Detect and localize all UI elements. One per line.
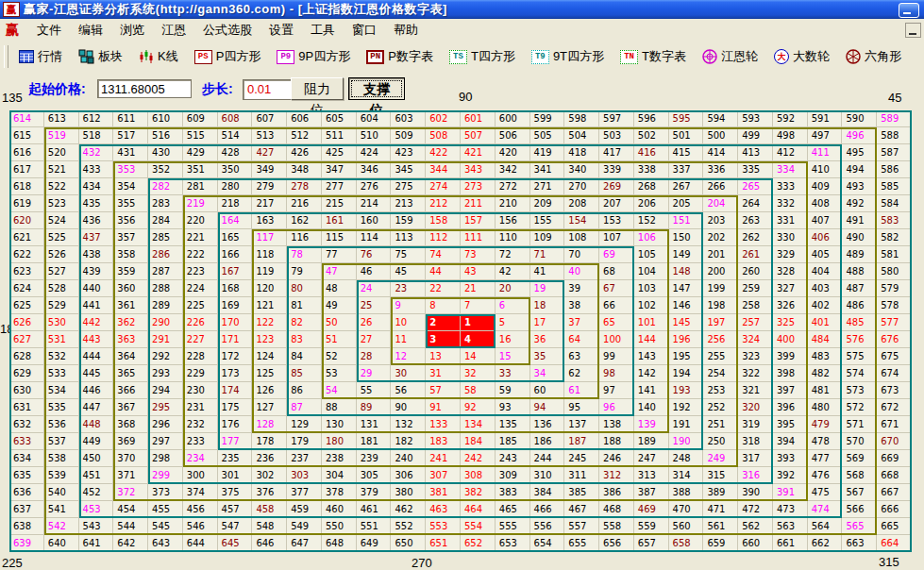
grid-cell: 303	[287, 467, 322, 484]
menu-file[interactable]: 文件	[28, 20, 70, 41]
toolbar-button-kline[interactable]: K线	[134, 46, 183, 67]
grid-cell: 364	[113, 348, 148, 365]
quotes-table-icon	[19, 50, 34, 63]
resistance-button[interactable]: 阻力位	[291, 77, 344, 100]
grid-cell: 265	[738, 178, 773, 195]
menu-tools[interactable]: 工具	[302, 20, 344, 41]
grid-cell: 320	[738, 399, 773, 416]
toolbar-button-sectors[interactable]: 板块	[74, 46, 127, 67]
grid-cell: 488	[842, 263, 877, 280]
grid-cell: 54	[322, 382, 357, 399]
mdi-minimize-button[interactable]	[905, 23, 921, 38]
menu-browse[interactable]: 浏览	[111, 20, 153, 41]
grid-cell: 360	[113, 280, 148, 297]
grid-cell: 406	[808, 229, 843, 246]
grid-cell: 358	[113, 246, 148, 263]
grid-cell: 528	[44, 280, 79, 297]
toolbar-button-gann-wheel[interactable]: 江恩轮	[697, 46, 763, 67]
grid-cell: 79	[287, 263, 322, 280]
menu-help[interactable]: 帮助	[385, 20, 427, 41]
grid-cell: 639	[9, 535, 44, 552]
grid-cell: 319	[738, 416, 773, 433]
kline-candles-icon	[139, 49, 154, 64]
grid-cell: 446	[79, 382, 114, 399]
grid-cell: 221	[183, 229, 218, 246]
grid-cell: 417	[599, 144, 634, 161]
grid-cell: 266	[703, 178, 738, 195]
grid-cell: 351	[183, 161, 218, 178]
grid-cell: 24	[357, 280, 392, 297]
grid-cell: 158	[426, 212, 461, 229]
grid-cell: 348	[287, 161, 322, 178]
grid-cell: 414	[703, 144, 738, 161]
grid-cell: 125	[252, 365, 287, 382]
grid-cell: 314	[669, 467, 704, 484]
menu-window[interactable]: 窗口	[344, 20, 385, 41]
grid-cell: 188	[599, 433, 634, 450]
toolbar-button-big-number-wheel[interactable]: 大 大数轮	[769, 46, 834, 67]
menu-settings[interactable]: 设置	[260, 20, 302, 41]
menu-edit[interactable]: 编辑	[70, 20, 111, 41]
grid-cell: 468	[599, 501, 634, 518]
start-price-input[interactable]	[97, 79, 192, 98]
grid-cell: 272	[496, 178, 530, 195]
grid-cell: 115	[322, 229, 357, 246]
grid-cell: 57	[426, 382, 461, 399]
toolbar-button-t-square[interactable]: TS T四方形	[445, 46, 520, 67]
grid-cell: 92	[461, 399, 496, 416]
grid-cell: 285	[148, 229, 183, 246]
gann-grid: 6146136126116106096086076066056046036026…	[9, 110, 912, 552]
toolbar-button-9p-square[interactable]: P9 9P四方形	[272, 46, 355, 67]
grid-cell: 422	[426, 144, 461, 161]
menu-gann[interactable]: 江恩	[153, 20, 194, 41]
grid-cell: 454	[113, 501, 148, 518]
grid-cell: 567	[842, 484, 877, 501]
grid-cell: 34	[530, 365, 565, 382]
grid-cell: 586	[877, 161, 912, 178]
grid-cell: 383	[496, 484, 530, 501]
grid-cell: 278	[287, 178, 322, 195]
toolbar-button-9t-square[interactable]: T9 9T四方形	[527, 46, 609, 67]
minimize-button[interactable]	[899, 3, 919, 18]
grid-cell: 338	[634, 161, 669, 178]
grid-cell: 50	[322, 314, 357, 331]
t-number-table-icon: TN	[620, 50, 638, 64]
grid-cell: 230	[183, 382, 218, 399]
grid-cell: 164	[218, 212, 253, 229]
grid-cell: 40	[564, 263, 599, 280]
grid-cell: 91	[426, 399, 461, 416]
grid-cell: 153	[599, 212, 634, 229]
grid-cell: 202	[703, 229, 738, 246]
grid-cell: 465	[496, 501, 530, 518]
grid-cell: 363	[113, 331, 148, 348]
toolbar-button-p-number-table[interactable]: PN P数字表	[361, 46, 438, 67]
toolbar-button-t-number-table[interactable]: TN T数字表	[615, 46, 691, 67]
support-button[interactable]: 支撑位	[348, 77, 405, 100]
menu-formula-stock-pick[interactable]: 公式选股	[194, 20, 260, 41]
grid-cell: 27	[357, 331, 392, 348]
grid-cell: 13	[426, 348, 461, 365]
grid-cell: 635	[9, 467, 44, 484]
p-number-table-icon: PN	[366, 50, 384, 64]
grid-cell: 532	[44, 348, 79, 365]
grid-cell: 17	[530, 314, 565, 331]
grid-cell: 173	[218, 365, 253, 382]
grid-cell: 130	[322, 416, 357, 433]
grid-cell: 316	[738, 467, 773, 484]
grid-cell: 277	[322, 178, 357, 195]
grid-cell: 291	[148, 331, 183, 348]
toolbar-button-hexagon[interactable]: 六角形	[841, 46, 906, 67]
grid-cell: 51	[322, 331, 357, 348]
grid-cell: 307	[426, 467, 461, 484]
toolbar-button-quotes[interactable]: 行情	[14, 46, 67, 67]
grid-cell: 11	[391, 331, 426, 348]
grid-cell: 330	[773, 229, 808, 246]
grid-cell: 467	[564, 501, 599, 518]
toolbar-grip[interactable]	[4, 45, 8, 68]
grid-cell: 287	[148, 263, 183, 280]
toolbar-button-p-square[interactable]: PS P四方形	[190, 46, 266, 67]
grid-cell: 410	[808, 161, 843, 178]
grid-cell: 354	[113, 178, 148, 195]
grid-cell: 203	[703, 212, 738, 229]
grid-cell: 498	[773, 127, 808, 144]
